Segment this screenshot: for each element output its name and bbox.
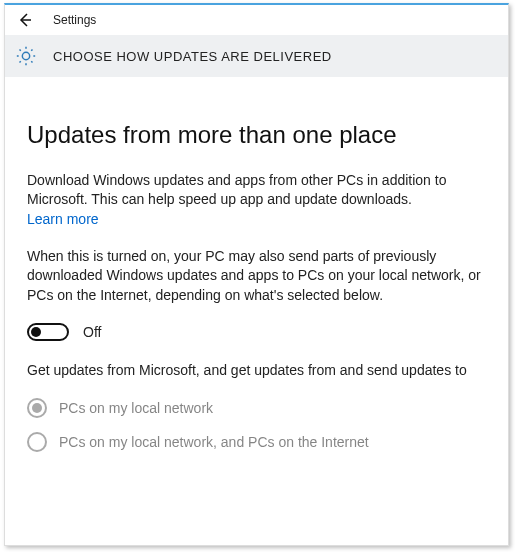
back-arrow-icon — [17, 12, 33, 28]
section-header: CHOOSE HOW UPDATES ARE DELIVERED — [5, 35, 508, 77]
back-button[interactable] — [15, 10, 35, 30]
toggle-state-label: Off — [83, 324, 101, 340]
settings-window: Settings CHOOSE HOW UPDATES ARE DELIVERE… — [4, 3, 509, 546]
radio-icon — [27, 398, 47, 418]
radio-label: PCs on my local network — [59, 400, 213, 416]
description-3: Get updates from Microsoft, and get upda… — [27, 361, 486, 380]
description-1: Download Windows updates and apps from o… — [27, 171, 486, 229]
toggle-row: Off — [27, 323, 486, 341]
description-1-text: Download Windows updates and apps from o… — [27, 172, 446, 207]
gear-icon — [15, 45, 37, 67]
toggle-knob — [31, 327, 41, 337]
radio-label: PCs on my local network, and PCs on the … — [59, 434, 369, 450]
description-2: When this is turned on, your PC may also… — [27, 247, 486, 305]
page-heading: Updates from more than one place — [27, 121, 486, 149]
feature-toggle[interactable] — [27, 323, 69, 341]
titlebar: Settings — [5, 5, 508, 35]
learn-more-link[interactable]: Learn more — [27, 211, 99, 227]
content-area: Updates from more than one place Downloa… — [5, 77, 508, 486]
window-title: Settings — [53, 13, 96, 27]
radio-option-internet[interactable]: PCs on my local network, and PCs on the … — [27, 432, 486, 452]
radio-icon — [27, 432, 47, 452]
section-title: CHOOSE HOW UPDATES ARE DELIVERED — [53, 49, 332, 64]
radio-option-local[interactable]: PCs on my local network — [27, 398, 486, 418]
